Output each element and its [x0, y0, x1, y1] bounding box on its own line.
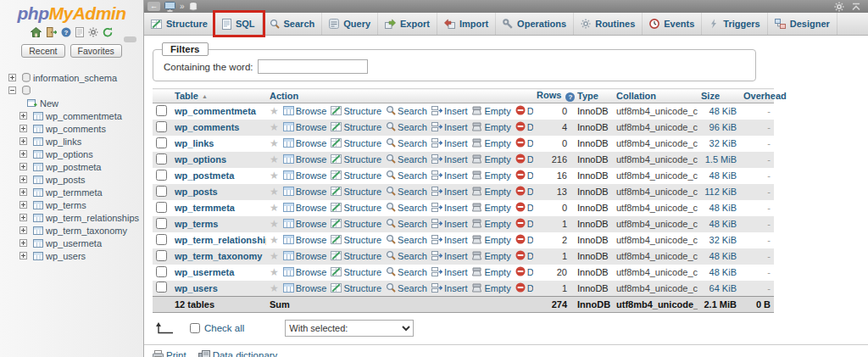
tab-designer[interactable]: Designer	[768, 13, 837, 35]
search-link[interactable]: Search	[386, 235, 427, 245]
plus-expander-icon[interactable]	[8, 74, 16, 81]
sidebar-item-wp_terms[interactable]: wp_terms	[0, 198, 143, 211]
search-link[interactable]: Search	[386, 267, 427, 277]
home-icon[interactable]	[31, 27, 42, 37]
sidebar-item-wp_term_relationships[interactable]: wp_term_relationships	[0, 211, 143, 224]
refresh-icon[interactable]	[103, 27, 113, 37]
structure-link[interactable]: Structure	[331, 170, 381, 181]
drop-link[interactable]: Drop	[515, 170, 533, 181]
tab-import[interactable]: Import	[437, 13, 496, 35]
favorite-star-icon[interactable]: ★	[270, 234, 279, 246]
row-checkbox[interactable]	[156, 170, 167, 181]
search-link[interactable]: Search	[386, 187, 427, 197]
row-checkbox[interactable]	[156, 234, 167, 245]
favorite-star-icon[interactable]: ★	[270, 282, 279, 294]
sidebar-item-New[interactable]: New	[0, 97, 143, 109]
sidebar-item-wp_options[interactable]: wp_options	[0, 148, 143, 160]
search-link[interactable]: Search	[386, 154, 427, 165]
insert-link[interactable]: Insert	[431, 122, 468, 132]
browse-link[interactable]: Browse	[283, 187, 327, 197]
tab-triggers[interactable]: Triggers	[702, 13, 767, 35]
row-checkbox[interactable]	[156, 153, 167, 165]
plus-expander-icon[interactable]	[19, 112, 27, 120]
scroll-to-top-icon[interactable]	[851, 3, 861, 11]
plus-expander-icon[interactable]	[19, 188, 27, 196]
tab-search[interactable]: Search	[263, 13, 323, 35]
favorite-star-icon[interactable]: ★	[270, 250, 279, 262]
drop-link[interactable]: Drop	[515, 154, 533, 165]
drop-link[interactable]: Drop	[515, 235, 533, 245]
tab-events[interactable]: Events	[643, 13, 702, 35]
server-icon[interactable]	[164, 2, 175, 12]
empty-link[interactable]: Empty	[471, 106, 510, 116]
row-checkbox[interactable]	[156, 218, 167, 229]
table-name-link[interactable]: wp_users	[175, 283, 218, 293]
browse-link[interactable]: Browse	[283, 170, 327, 181]
search-link[interactable]: Search	[386, 219, 427, 229]
plus-expander-icon[interactable]	[19, 125, 27, 132]
table-name-link[interactable]: wp_commentmeta	[175, 106, 256, 116]
insert-link[interactable]: Insert	[431, 283, 468, 293]
sidebar-item-wp_links[interactable]: wp_links	[0, 135, 143, 148]
help-icon[interactable]: ?	[565, 92, 575, 102]
drop-link[interactable]: Drop	[515, 219, 533, 229]
sidebar-item-current-database[interactable]	[0, 84, 143, 97]
search-link[interactable]: Search	[386, 106, 427, 116]
browse-link[interactable]: Browse	[283, 138, 327, 148]
docs-icon[interactable]	[75, 27, 84, 37]
check-all-checkbox[interactable]	[190, 323, 200, 333]
plus-expander-icon[interactable]	[19, 226, 27, 234]
drop-link[interactable]: Drop	[515, 106, 533, 116]
plus-expander-icon[interactable]	[19, 214, 27, 221]
row-checkbox[interactable]	[156, 186, 167, 197]
insert-link[interactable]: Insert	[431, 203, 468, 213]
favorite-star-icon[interactable]: ★	[270, 266, 279, 278]
empty-link[interactable]: Empty	[471, 187, 510, 197]
structure-link[interactable]: Structure	[331, 251, 381, 261]
plus-expander-icon[interactable]	[19, 176, 27, 183]
plus-expander-icon[interactable]	[19, 201, 27, 209]
insert-link[interactable]: Insert	[431, 154, 468, 165]
plus-expander-icon[interactable]	[19, 252, 27, 259]
sidebar-item-wp_posts[interactable]: wp_posts	[0, 173, 143, 186]
empty-link[interactable]: Empty	[471, 251, 510, 261]
empty-link[interactable]: Empty	[471, 203, 510, 213]
empty-link[interactable]: Empty	[471, 170, 510, 181]
structure-link[interactable]: Structure	[331, 122, 381, 132]
drop-link[interactable]: Drop	[515, 138, 533, 148]
help-icon[interactable]: ?	[61, 27, 71, 37]
empty-link[interactable]: Empty	[471, 267, 510, 277]
insert-link[interactable]: Insert	[431, 267, 468, 277]
insert-link[interactable]: Insert	[431, 235, 468, 245]
row-checkbox[interactable]	[156, 266, 167, 277]
phpmyadmin-logo[interactable]: phpMyAdmin	[0, 0, 143, 24]
plus-expander-icon[interactable]	[19, 239, 27, 247]
search-link[interactable]: Search	[386, 122, 427, 132]
table-name-link[interactable]: wp_comments	[175, 122, 239, 132]
favorite-star-icon[interactable]: ★	[270, 153, 279, 165]
filter-word-input[interactable]	[258, 59, 368, 74]
tab-operations[interactable]: Operations	[496, 13, 574, 35]
browse-link[interactable]: Browse	[283, 235, 327, 245]
structure-link[interactable]: Structure	[331, 203, 381, 213]
check-all-label[interactable]: Check all	[204, 323, 244, 333]
search-link[interactable]: Search	[386, 203, 427, 213]
table-name-link[interactable]: wp_links	[175, 138, 214, 148]
table-name-link[interactable]: wp_options	[175, 154, 226, 165]
insert-link[interactable]: Insert	[431, 219, 468, 229]
sidebar-item-wp_users[interactable]: wp_users	[0, 249, 143, 262]
sidebar-item-wp_usermeta[interactable]: wp_usermeta	[0, 237, 143, 249]
header-rows[interactable]: Rows?	[533, 89, 574, 103]
tab-routines[interactable]: Routines	[574, 13, 643, 35]
empty-link[interactable]: Empty	[471, 235, 510, 245]
structure-link[interactable]: Structure	[331, 138, 381, 148]
favorites-button[interactable]: Favorites	[70, 44, 122, 58]
browse-link[interactable]: Browse	[283, 106, 327, 116]
tab-query[interactable]: Query	[322, 13, 378, 35]
favorite-star-icon[interactable]: ★	[270, 121, 279, 133]
tab-sql[interactable]: SQL	[215, 13, 263, 35]
row-checkbox[interactable]	[156, 282, 167, 293]
sidebar-resize-handle[interactable]	[124, 36, 136, 42]
structure-link[interactable]: Structure	[331, 154, 381, 165]
logout-icon[interactable]	[46, 27, 57, 37]
